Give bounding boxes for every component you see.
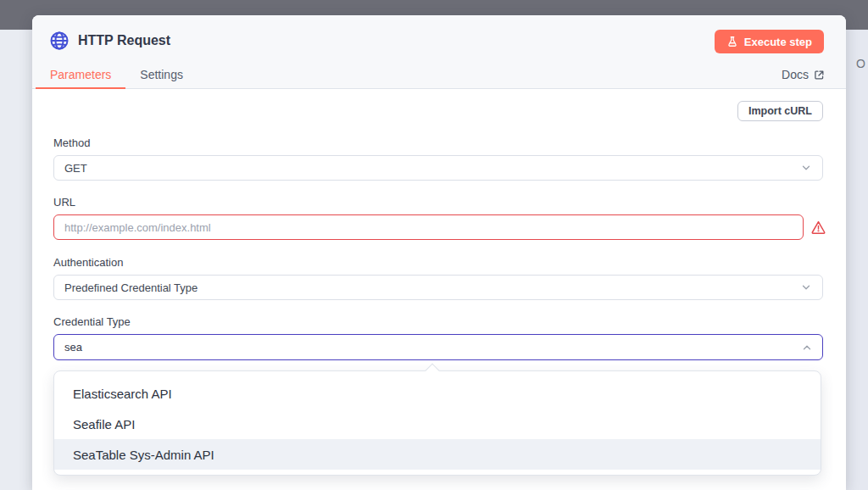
chevron-down-icon <box>800 162 812 174</box>
import-curl-button[interactable]: Import cURL <box>737 101 823 121</box>
tab-parameters[interactable]: Parameters <box>36 61 125 88</box>
authentication-label: Authentication <box>53 256 123 269</box>
method-value: GET <box>64 162 87 175</box>
method-select[interactable]: GET <box>53 155 823 181</box>
external-link-icon <box>814 70 825 81</box>
execute-step-button[interactable]: Execute step <box>715 30 824 53</box>
url-input[interactable] <box>53 214 804 240</box>
chevron-down-icon <box>800 281 812 293</box>
dropdown-option-elasticsearch-api[interactable]: Elasticsearch API <box>54 378 821 409</box>
dropdown-option-seatable-sys-admin-api[interactable]: SeaTable Sys-Admin API <box>54 439 821 470</box>
dropdown-option-seafile-api[interactable]: Seafile API <box>54 409 821 439</box>
node-title: HTTP Request <box>78 33 170 48</box>
method-label: Method <box>53 136 90 149</box>
dialog-header: HTTP Request Execute step Parameters Set… <box>32 15 846 89</box>
tab-bar: Parameters Settings Docs <box>36 61 825 88</box>
tab-settings-label: Settings <box>140 68 183 81</box>
credential-type-input[interactable] <box>53 334 823 360</box>
output-panel-label: O <box>856 57 865 70</box>
globe-icon <box>49 31 70 51</box>
execute-step-label: Execute step <box>744 36 812 48</box>
authentication-select[interactable]: Predefined Credential Type <box>53 275 823 300</box>
docs-link-label: Docs <box>782 68 809 81</box>
credential-type-label: Credential Type <box>53 315 131 328</box>
url-label: URL <box>53 196 75 209</box>
tab-settings[interactable]: Settings <box>125 61 198 88</box>
http-request-node-dialog: HTTP Request Execute step Parameters Set… <box>32 15 846 490</box>
flask-icon <box>726 36 738 47</box>
docs-link[interactable]: Docs <box>782 68 825 81</box>
title-row: HTTP Request <box>49 31 170 51</box>
authentication-value: Predefined Credential Type <box>64 281 198 294</box>
output-panel-edge: O <box>846 30 868 490</box>
error-warning-icon <box>810 220 826 238</box>
credential-type-combobox <box>53 334 823 360</box>
credential-type-dropdown: Elasticsearch API Seafile API SeaTable S… <box>53 370 821 476</box>
chevron-up-icon[interactable] <box>801 342 813 357</box>
tab-parameters-label: Parameters <box>50 68 111 81</box>
